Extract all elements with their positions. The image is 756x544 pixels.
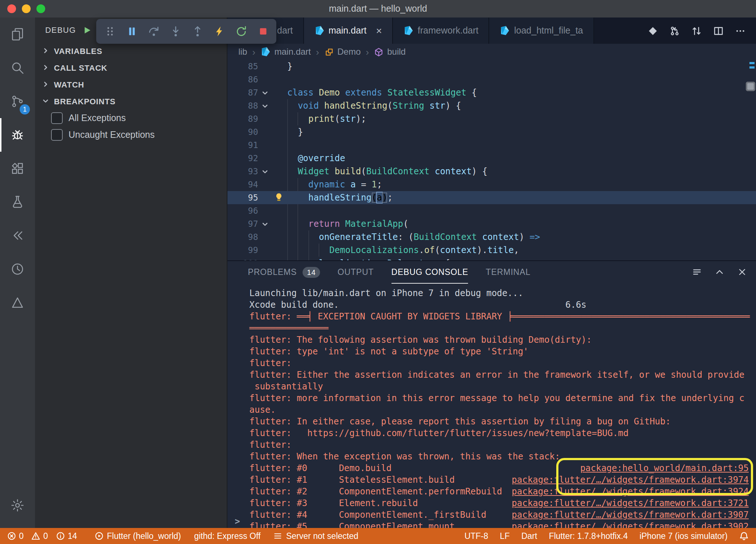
breadcrumb-item-main-dart[interactable]: main.dart <box>261 47 311 57</box>
hot-reload-button[interactable] <box>209 21 230 42</box>
flutter-version-status[interactable]: Flutter: 1.7.8+hotfix.4 <box>549 532 628 540</box>
minimize-window-button[interactable] <box>22 4 31 13</box>
source-control-icon[interactable]: 1 <box>0 85 35 118</box>
close-tab-icon[interactable]: × <box>376 26 382 36</box>
line-number[interactable]: 85 <box>227 60 258 73</box>
gutter[interactable]: 100 <box>227 257 273 260</box>
line-number[interactable]: 100 <box>227 257 258 260</box>
line-number[interactable]: 86 <box>227 73 258 86</box>
drag-handle[interactable] <box>99 21 120 42</box>
line-number[interactable]: 93 <box>227 165 258 178</box>
gutter[interactable]: 91 <box>227 139 273 152</box>
code-line-96[interactable]: 96 <box>227 204 756 217</box>
line-number[interactable]: 88 <box>227 99 258 112</box>
code-line-87[interactable]: 87class Demo extends StatelessWidget { <box>227 86 756 99</box>
gutter[interactable]: 90 <box>227 125 273 139</box>
code-line-98[interactable]: 98 onGenerateTitle: (BuildContext contex… <box>227 230 756 244</box>
code-line-100[interactable]: 100 localizationsDelegates: [ <box>227 257 756 260</box>
fold-chevron-icon[interactable] <box>258 89 271 96</box>
lightbulb-icon[interactable] <box>274 193 284 206</box>
start-debugging-icon[interactable] <box>82 25 92 35</box>
code-line-89[interactable]: 89 print(str); <box>227 112 756 125</box>
gutter[interactable]: 99 <box>227 244 273 257</box>
code-line-88[interactable]: 88 void handleString(String str) { <box>227 99 756 112</box>
gutter[interactable]: 87 <box>227 86 273 99</box>
fold-chevron-icon[interactable] <box>258 168 271 175</box>
code-line-95[interactable]: 95 handleString(a); <box>227 191 756 204</box>
gutter[interactable]: 96 <box>227 204 273 217</box>
stack-frame-link[interactable]: package:hello_world/main.dart:95 <box>580 462 749 474</box>
code-line-90[interactable]: 90 } <box>227 125 756 139</box>
gutter[interactable]: 98 <box>227 230 273 244</box>
line-number[interactable]: 95 <box>227 191 258 204</box>
scrollbar-widget[interactable] <box>746 82 755 91</box>
code-line-93[interactable]: 93 Widget build(BuildContext context) { <box>227 165 756 178</box>
device-status[interactable]: iPhone 7 (ios simulator) <box>639 532 728 540</box>
gutter[interactable]: 94 <box>227 178 273 191</box>
breadcrumb-item-lib[interactable]: lib <box>238 47 247 57</box>
section-header-variables[interactable]: VARIABLES <box>35 42 227 59</box>
encoding-status[interactable]: UTF-8 <box>464 532 488 540</box>
line-number[interactable]: 94 <box>227 178 258 191</box>
code-line-92[interactable]: 92 @override <box>227 152 756 165</box>
line-number[interactable]: 96 <box>227 204 258 217</box>
line-number[interactable]: 89 <box>227 112 258 125</box>
maximize-panel-icon[interactable] <box>714 267 725 277</box>
step-out-button[interactable] <box>187 21 208 42</box>
analysis-server-status[interactable]: Server not selected <box>274 532 358 540</box>
checkbox-all-exceptions[interactable] <box>51 112 63 124</box>
open-changes-icon[interactable] <box>647 25 658 36</box>
tab-load-html-file-ta[interactable]: load_html_file_ta <box>490 18 594 44</box>
breadcrumb-item-demo[interactable]: Demo <box>324 47 361 57</box>
line-number[interactable]: 97 <box>227 217 258 230</box>
code-line-97[interactable]: 97 return MaterialApp( <box>227 217 756 230</box>
language-mode-status[interactable]: Dart <box>521 532 537 540</box>
azure-pipelines-icon[interactable] <box>0 286 35 319</box>
breakpoint-item-all-exceptions[interactable]: All Exceptions <box>35 109 227 126</box>
fold-chevron-icon[interactable] <box>258 221 271 227</box>
tab-main-dart[interactable]: main.dart× <box>304 18 393 44</box>
restart-button[interactable] <box>230 21 252 42</box>
gutter[interactable]: 92 <box>227 152 273 165</box>
gutter[interactable]: 89 <box>227 112 273 125</box>
code-line-99[interactable]: 99 DemoLocalizations.of(context).title, <box>227 244 756 257</box>
code-editor[interactable]: 85}8687class Demo extends StatelessWidge… <box>227 60 756 260</box>
gutter[interactable]: 97 <box>227 217 273 230</box>
line-number[interactable]: 98 <box>227 230 258 244</box>
checkbox-uncaught-exceptions[interactable] <box>51 129 63 140</box>
code-line-86[interactable]: 86 <box>227 73 756 86</box>
code-line-85[interactable]: 85} <box>227 60 756 73</box>
notifications-bell-icon[interactable] <box>739 531 749 541</box>
panel-tab-debug-console[interactable]: DEBUG CONSOLE <box>391 261 468 284</box>
more-actions-icon[interactable] <box>735 25 746 36</box>
compare-branches-icon[interactable] <box>691 25 702 36</box>
step-into-button[interactable] <box>165 21 186 42</box>
stack-frame-link[interactable]: package:flutter/…/widgets/framework.dart… <box>512 497 749 509</box>
gutter[interactable]: 95 <box>227 191 273 204</box>
step-over-button[interactable] <box>143 21 164 42</box>
debug-console[interactable]: Launching lib/main.dart on iPhone 7 in d… <box>227 283 756 528</box>
line-number[interactable]: 90 <box>227 125 258 139</box>
zoom-window-button[interactable] <box>36 4 45 13</box>
code-line-91[interactable]: 91 <box>227 139 756 152</box>
stop-button[interactable] <box>252 21 273 42</box>
line-number[interactable]: 99 <box>227 244 258 257</box>
git-history-icon[interactable] <box>0 252 35 286</box>
git-pull-request-icon[interactable] <box>669 25 680 36</box>
gutter[interactable]: 88 <box>227 99 273 112</box>
split-editor-icon[interactable] <box>713 25 724 36</box>
code-line-94[interactable]: 94 dynamic a = 1; <box>227 178 756 191</box>
close-window-button[interactable] <box>7 4 16 13</box>
eol-status[interactable]: LF <box>500 532 510 540</box>
extensions-icon[interactable] <box>0 152 35 185</box>
stack-frame-link[interactable]: package:flutter/…/widgets/framework.dart… <box>512 521 749 528</box>
debug-session-status[interactable]: Flutter (hello_world) <box>94 532 181 540</box>
line-number[interactable]: 92 <box>227 152 258 165</box>
problems-status[interactable]: 0014 <box>7 532 81 540</box>
debug-icon[interactable] <box>0 118 35 152</box>
section-header-breakpoints[interactable]: BREAKPOINTS <box>35 93 227 109</box>
breadcrumb-item-build[interactable]: build <box>374 47 406 57</box>
clear-console-icon[interactable] <box>692 267 702 277</box>
gutter[interactable]: 85 <box>227 60 273 73</box>
settings-gear-icon[interactable] <box>0 489 35 522</box>
